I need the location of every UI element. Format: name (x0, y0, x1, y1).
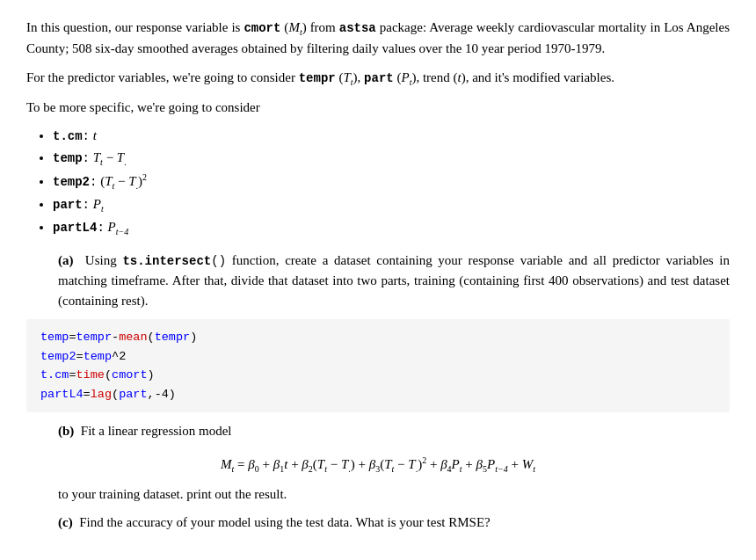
part-a-text: (a) Using ts.intersect() function, creat… (26, 251, 730, 310)
code-tempr: tempr (299, 71, 336, 85)
intro-p1: In this question, our response variable … (26, 18, 730, 59)
part-c-section: (c) Find the accuracy of your model usin… (26, 513, 730, 533)
variable-list: t.cm: t temp: Tt − T. temp2: (Tt − T.)2 … (53, 126, 730, 238)
code-intersect: ts.intersect() (122, 254, 226, 268)
list-item: part: Pt (53, 194, 730, 215)
part-b-label: (b) (58, 424, 74, 438)
part-a-label: (a) (58, 253, 74, 267)
equation: Mt = β0 + β1t + β2(Tt − T.) + β3(Tt − T.… (26, 454, 730, 476)
code-line-3: t.cm=time(cmort) (40, 366, 716, 385)
part-c-text: (c) Find the accuracy of your model usin… (26, 513, 730, 533)
intro-p2: For the predictor variables, we're going… (26, 68, 730, 89)
list-item: temp2: (Tt − T.)2 (53, 171, 730, 193)
part-b-section: (b) Fit a linear regression model Mt = β… (26, 421, 730, 504)
code-block: temp=tempr-mean(tempr) temp2=temp^2 t.cm… (26, 319, 730, 412)
bullet-temp2-label: temp2: (53, 175, 97, 189)
bullet-temp-label: temp: (53, 151, 90, 165)
code-cmort: cmort (244, 21, 280, 35)
bullet-tcm-label: t.cm: (53, 129, 90, 143)
code-line-1: temp=tempr-mean(tempr) (40, 328, 716, 347)
intro-p3: To be more specific, we're going to cons… (26, 98, 730, 118)
code-part: part (364, 71, 394, 85)
part-b-text-after: to your training dataset. print out the … (26, 484, 730, 505)
part-a-section: (a) Using ts.intersect() function, creat… (26, 251, 730, 310)
bullet-part-label: part: (53, 198, 90, 212)
list-item: t.cm: t (53, 126, 730, 146)
bullet-partl4-label: partL4: (53, 221, 105, 235)
code-astsa: astsa (339, 21, 376, 35)
part-c-label: (c) (58, 515, 73, 529)
list-item: temp: Tt − T. (53, 148, 730, 169)
code-line-2: temp2=temp^2 (40, 347, 716, 367)
list-item: partL4: Pt−4 (53, 217, 730, 238)
part-b-text-before: (b) Fit a linear regression model (26, 421, 730, 441)
code-line-4: partL4=lag(part,-4) (40, 385, 716, 404)
